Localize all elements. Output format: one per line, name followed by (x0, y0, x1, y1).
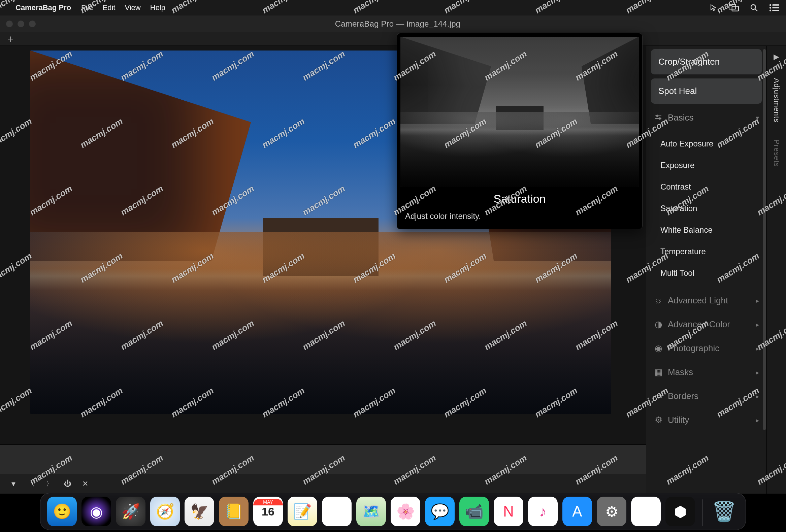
traffic-lights[interactable] (6, 21, 36, 27)
close-icon[interactable]: ✕ (82, 480, 88, 488)
dock-mail[interactable]: 🦅 (185, 496, 214, 526)
section-advanced-light[interactable]: ☼ Advanced Light ▸ (651, 291, 762, 310)
dock-siri[interactable]: ◉ (82, 496, 111, 526)
item-auto-exposure[interactable]: Auto Exposure (651, 133, 762, 155)
next-button[interactable]: 〉 (46, 479, 53, 489)
item-saturation[interactable]: Saturation (651, 198, 762, 219)
section-borders[interactable]: ▭ Borders ▸ (651, 386, 762, 406)
dock-news[interactable]: N (494, 496, 523, 526)
menu-file[interactable]: File (81, 3, 93, 12)
section-basics[interactable]: Basics ▾ (651, 108, 762, 128)
svg-point-2 (751, 5, 756, 9)
mac-menubar: CameraBag Pro File Edit View Help (0, 0, 786, 16)
collapse-panel-icon[interactable]: ▶ (773, 52, 779, 61)
minimize-window-icon[interactable] (18, 21, 24, 27)
app-window: CameraBag Pro — image_144.jpg ＋ ▼ 〈 〉 ⏻ (0, 16, 786, 494)
spot-heal-button[interactable]: Spot Heal (651, 78, 762, 104)
border-icon: ▭ (654, 392, 663, 401)
tab-presets[interactable]: Presets (772, 139, 781, 167)
dock-camerabag[interactable]: ⬢ (666, 496, 695, 526)
svg-rect-5 (772, 4, 779, 6)
dock-app-store[interactable]: A (562, 496, 592, 526)
section-advanced-color[interactable]: ◑ Advanced Color ▸ (651, 315, 762, 334)
dock-launchpad[interactable]: 🚀 (116, 496, 145, 526)
window-titlebar: CameraBag Pro — image_144.jpg (0, 16, 786, 32)
tab-adjustments[interactable]: Adjustments (772, 78, 781, 122)
dock-reminders[interactable]: ☰ (322, 496, 352, 526)
svg-rect-1 (732, 6, 739, 11)
chevron-right-icon: ▸ (756, 297, 759, 305)
dock-notes[interactable]: 📝 (287, 496, 317, 526)
svg-rect-9 (772, 10, 779, 11)
crop-straighten-button[interactable]: Crop/Straighten (651, 49, 762, 74)
prev-button[interactable]: 〈 (28, 479, 35, 489)
dock-facetime[interactable]: 📹 (459, 496, 489, 526)
dock-messages[interactable]: 💬 (425, 496, 455, 526)
dock-maps[interactable]: 🗺️ (356, 496, 386, 526)
item-contrast[interactable]: Contrast (651, 176, 762, 198)
section-label: Borders (668, 391, 698, 401)
palette-icon: ◑ (654, 320, 663, 329)
close-window-icon[interactable] (6, 21, 13, 27)
cursor-status-icon[interactable] (709, 4, 719, 12)
sun-icon: ☼ (654, 296, 663, 305)
chevron-down-icon: ▾ (756, 114, 759, 122)
item-white-balance[interactable]: White Balance (651, 219, 762, 241)
dock-system-prefs[interactable]: ⚙ (597, 496, 626, 526)
new-tab-button[interactable]: ＋ (5, 32, 16, 46)
menu-help[interactable]: Help (150, 3, 165, 12)
tab-strip: ＋ (0, 32, 786, 46)
dock-area: 🙂 ◉ 🚀 🧭 🦅 📒 MAY 16 📝 ☰ 🗺️ 🌸 💬 📹 N ♪ A ⚙ … (0, 494, 786, 532)
dock-separator (702, 499, 702, 526)
svg-point-13 (659, 117, 661, 119)
app-name[interactable]: CameraBag Pro (16, 3, 71, 12)
dock-calendar[interactable]: MAY 16 (253, 496, 283, 526)
dock: 🙂 ◉ 🚀 🧭 🦅 📒 MAY 16 📝 ☰ 🗺️ 🌸 💬 📹 N ♪ A ⚙ … (40, 493, 746, 530)
screen-mirror-icon[interactable] (729, 4, 739, 12)
menu-view[interactable]: View (124, 3, 140, 12)
calendar-month: MAY (253, 499, 283, 505)
item-temperature[interactable]: Temperature (651, 241, 762, 262)
chevron-right-icon: ▸ (756, 344, 759, 352)
section-label: Masks (668, 367, 693, 377)
zoom-window-icon[interactable] (29, 21, 36, 27)
dock-photos[interactable]: 🌸 (391, 496, 420, 526)
dock-safari[interactable]: 🧭 (150, 496, 180, 526)
section-photographic[interactable]: ◉ Photographic ▸ (651, 339, 762, 358)
svg-line-3 (755, 9, 757, 11)
section-label: Advanced Color (668, 319, 730, 330)
adjustment-timeline[interactable] (0, 444, 646, 474)
calendar-day: 16 (262, 506, 275, 517)
menu-edit[interactable]: Edit (103, 3, 116, 12)
section-label: Advanced Light (668, 295, 728, 306)
svg-rect-7 (772, 7, 779, 8)
item-exposure[interactable]: Exposure (651, 155, 762, 176)
chevron-right-icon: ▸ (756, 416, 759, 424)
section-utility[interactable]: ⚙ Utility ▸ (651, 410, 762, 430)
spotlight-search-icon[interactable] (749, 4, 759, 12)
dock-music[interactable]: ♪ (528, 496, 558, 526)
section-masks[interactable]: ▦ Masks ▸ (651, 362, 762, 382)
bottom-toolbar: ▼ 〈 〉 ⏻ ✕ (0, 474, 646, 494)
chevron-right-icon: ▸ (756, 368, 759, 376)
window-title: CameraBag Pro — image_144.jpg (36, 19, 760, 29)
svg-rect-0 (729, 4, 736, 9)
dock-trash[interactable]: 🗑️ (709, 496, 739, 526)
gear-icon: ⚙ (654, 416, 663, 425)
dock-finder[interactable]: 🙂 (47, 496, 77, 526)
collapse-timeline-icon[interactable]: ▼ (10, 480, 17, 488)
svg-point-11 (657, 115, 658, 116)
chevron-right-icon: ▸ (756, 392, 759, 400)
tooltip-description: Adjust color intensity. (400, 211, 639, 221)
scrollbar-thumb[interactable] (763, 49, 766, 430)
dock-contacts[interactable]: 📒 (219, 496, 249, 526)
tooltip-preview-image (400, 37, 639, 187)
basics-items: Auto Exposure Exposure Contrast Saturati… (651, 132, 762, 286)
section-label: Photographic (668, 343, 719, 353)
dock-textedit[interactable]: ✎ (631, 496, 661, 526)
item-multi-tool[interactable]: Multi Tool (651, 262, 762, 284)
power-toggle-icon[interactable]: ⏻ (64, 480, 71, 488)
adjustments-panel: Crop/Straighten Spot Heal Basics ▾ Auto … (646, 46, 766, 494)
svg-point-4 (769, 4, 771, 6)
control-center-icon[interactable] (769, 4, 779, 12)
